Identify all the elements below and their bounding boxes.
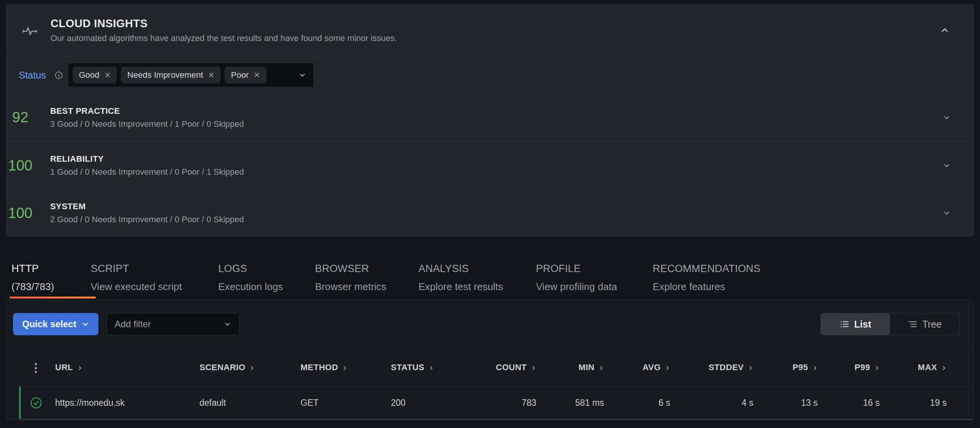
close-icon[interactable]: ✕: [254, 71, 260, 79]
status-multiselect[interactable]: Good ✕ Needs Improvement ✕ Poor ✕: [68, 63, 314, 87]
score-title: BEST PRACTICE: [50, 106, 244, 116]
collapse-panel-button[interactable]: [940, 25, 950, 35]
status-pill-poor[interactable]: Poor ✕: [225, 67, 266, 84]
score-value: 100: [7, 157, 34, 174]
status-pill-good[interactable]: Good ✕: [73, 67, 117, 84]
view-toggle-list[interactable]: List: [821, 313, 890, 335]
chevron-right-icon: [342, 365, 348, 371]
kebab-menu-icon[interactable]: ⋮: [30, 362, 42, 373]
column-header-stddev[interactable]: STDDEV: [670, 362, 753, 372]
status-filter-label: Status: [19, 70, 46, 81]
chevron-right-icon: [812, 365, 818, 371]
column-header-p95[interactable]: P95: [753, 362, 818, 372]
tab-sublabel: View executed script: [91, 281, 182, 293]
list-icon: [840, 319, 849, 329]
chevron-down-icon[interactable]: [942, 161, 951, 170]
view-toggle-tree[interactable]: Tree: [890, 313, 959, 335]
cell-min: 581 ms: [536, 398, 604, 408]
score-row-system[interactable]: 100 SYSTEM 2 Good / 0 Needs Improvement …: [7, 189, 973, 237]
tab-script[interactable]: SCRIPT View executed script: [91, 263, 182, 293]
add-filter-placeholder: Add filter: [114, 319, 151, 330]
cell-count: 783: [471, 398, 536, 408]
view-toggle-tree-label: Tree: [922, 319, 941, 330]
info-icon[interactable]: [54, 71, 63, 80]
http-results-table: ⋮ URL SCENARIO METHOD: [19, 348, 973, 420]
cell-url: https://monedu.sk: [53, 398, 199, 408]
tab-logs[interactable]: LOGS Execution logs: [218, 263, 283, 293]
insights-titles: CLOUD INSIGHTS Our automated algorithms …: [51, 17, 397, 43]
add-filter-select[interactable]: Add filter: [106, 313, 240, 335]
tab-browser[interactable]: BROWSER Browser metrics: [315, 263, 386, 293]
tab-label: LOGS: [218, 263, 283, 275]
chevron-right-icon: [531, 365, 536, 371]
tab-sublabel: (783/783): [11, 281, 54, 293]
tab-label: ANALYSIS: [418, 263, 503, 275]
column-header-max[interactable]: MAX: [880, 362, 947, 372]
cell-stddev: 4 s: [670, 398, 753, 408]
http-results-panel: Quick select Add filter: [6, 300, 974, 420]
cell-p99: 16 s: [818, 398, 880, 408]
chevron-down-icon[interactable]: [298, 71, 307, 79]
chevron-right-icon: [428, 365, 434, 371]
insights-title: CLOUD INSIGHTS: [51, 17, 397, 30]
tab-label: SCRIPT: [91, 263, 182, 275]
column-header-status[interactable]: STATUS: [391, 362, 471, 372]
table-row[interactable]: https://monedu.sk default GET 200 783 58…: [19, 387, 973, 419]
chevron-down-icon: [82, 320, 89, 328]
insights-header: CLOUD INSIGHTS Our automated algorithms …: [7, 4, 973, 57]
tab-sublabel: Explore features: [653, 281, 761, 293]
score-row-best-practice[interactable]: 92 BEST PRACTICE 3 Good / 0 Needs Improv…: [7, 93, 973, 141]
quick-select-label: Quick select: [22, 319, 76, 330]
chevron-down-icon[interactable]: [942, 208, 951, 218]
tab-label: HTTP: [11, 263, 54, 275]
score-row-reliability[interactable]: 100 RELIABILITY 1 Good / 0 Needs Improve…: [7, 141, 973, 189]
horizontal-scrollbar[interactable]: [19, 419, 973, 420]
view-toggle-list-label: List: [854, 319, 871, 330]
k6-cloud-results-page: CLOUD INSIGHTS Our automated algorithms …: [0, 0, 980, 428]
cell-status: 200: [391, 398, 471, 408]
tab-http[interactable]: HTTP (783/783): [11, 263, 54, 293]
quick-select-button[interactable]: Quick select: [13, 313, 98, 335]
close-icon[interactable]: ✕: [105, 71, 111, 79]
status-filter-row: Status Good ✕ Needs Improvement ✕ Poor ✕: [7, 57, 973, 93]
close-icon[interactable]: ✕: [208, 71, 215, 79]
chevron-up-icon: [940, 25, 950, 35]
column-header-url[interactable]: URL: [53, 362, 199, 372]
chevron-right-icon: [665, 365, 670, 371]
status-pill-label: Good: [79, 70, 100, 80]
status-pill-label: Poor: [231, 70, 248, 80]
column-header-p99[interactable]: P99: [818, 362, 880, 372]
results-toolbar: Quick select Add filter: [7, 300, 973, 348]
check-circle-icon: [30, 397, 42, 409]
tab-sublabel: Explore test results: [418, 281, 503, 293]
cloud-insights-panel: CLOUD INSIGHTS Our automated algorithms …: [6, 4, 974, 236]
score-value: 100: [7, 205, 34, 221]
score-title: RELIABILITY: [50, 154, 244, 164]
column-header-avg[interactable]: AVG: [604, 362, 670, 372]
table-header-row: ⋮ URL SCENARIO METHOD: [19, 348, 973, 387]
score-title: SYSTEM: [50, 202, 244, 212]
score-value: 92: [7, 109, 34, 126]
column-header-scenario[interactable]: SCENARIO: [199, 362, 298, 372]
tab-label: PROFILE: [536, 263, 617, 275]
chevron-down-icon: [223, 320, 232, 328]
tab-label: BROWSER: [315, 263, 386, 275]
cell-max: 19 s: [880, 398, 947, 408]
tree-icon: [908, 319, 918, 329]
column-header-min[interactable]: MIN: [536, 362, 604, 372]
tab-label: RECOMMENDATIONS: [653, 263, 761, 275]
tab-analysis[interactable]: ANALYSIS Explore test results: [418, 263, 503, 293]
view-toggle: List Tree: [820, 313, 960, 335]
chevron-right-icon: [941, 365, 947, 371]
chevron-right-icon: [598, 365, 604, 371]
chevron-down-icon[interactable]: [942, 113, 951, 122]
chevron-right-icon: [748, 365, 753, 371]
cell-p95: 13 s: [753, 398, 818, 408]
column-header-count[interactable]: COUNT: [471, 362, 536, 372]
tab-profile[interactable]: PROFILE View profiling data: [536, 263, 617, 293]
status-pill-label: Needs Improvement: [127, 70, 203, 80]
status-pill-needs-improvement[interactable]: Needs Improvement ✕: [121, 67, 220, 84]
tab-recommendations[interactable]: RECOMMENDATIONS Explore features: [653, 263, 761, 293]
tab-sublabel: Execution logs: [218, 281, 283, 293]
column-header-method[interactable]: METHOD: [298, 362, 391, 372]
